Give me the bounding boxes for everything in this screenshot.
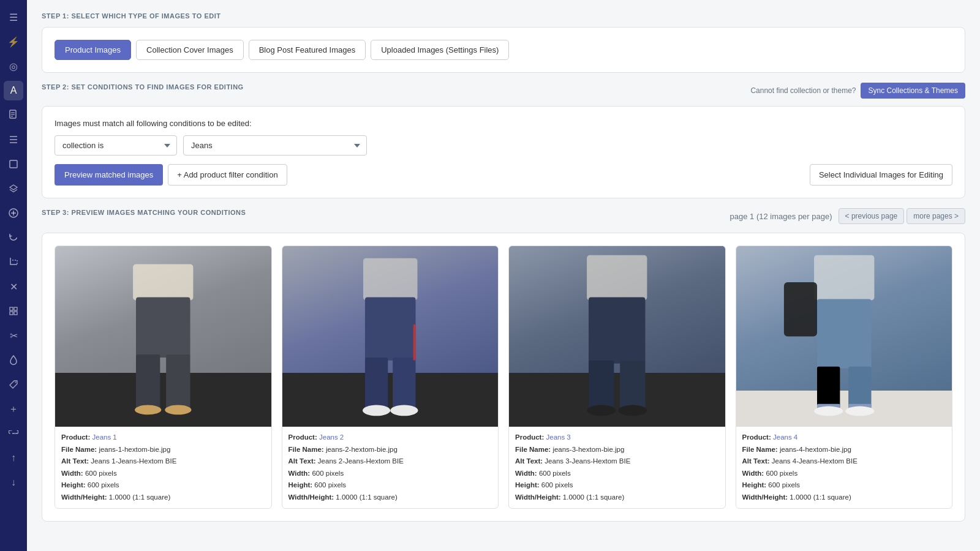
- ratio-row-3: Width/Height: 1.0000 (1:1 square): [515, 492, 719, 504]
- menu-icon[interactable]: ☰: [4, 7, 23, 27]
- svg-rect-36: [783, 282, 816, 337]
- image-card-2: Product: Jeans 2 File Name: jeans-2-hext…: [282, 246, 499, 509]
- width-row-4: Width: 600 pixels: [742, 468, 946, 480]
- svg-rect-23: [364, 298, 415, 361]
- step2-actions-row: Preview matched images + Add product fil…: [55, 164, 952, 186]
- cannot-find-label: Cannot find collection or theme?: [750, 86, 856, 95]
- grid-icon[interactable]: [4, 301, 23, 321]
- lightning-icon[interactable]: ⚡: [4, 32, 23, 51]
- next-page-button[interactable]: more pages >: [907, 208, 965, 224]
- step2-section: STEP 2: SET CONDITIONS TO FIND IMAGES FO…: [42, 83, 965, 198]
- svg-point-42: [814, 407, 843, 416]
- ratio-row-2: Width/Height: 1.0000 (1:1 square): [288, 492, 492, 504]
- image-info-4: Product: Jeans 4 File Name: jeans-4-hext…: [736, 427, 952, 508]
- svg-rect-38: [817, 367, 840, 409]
- prev-page-button[interactable]: < previous page: [839, 208, 905, 224]
- text-icon[interactable]: A: [4, 81, 23, 100]
- doc-icon[interactable]: [4, 105, 23, 125]
- tab-uploaded-images[interactable]: Uploaded Images (Settings Files): [371, 40, 509, 60]
- svg-rect-35: [814, 255, 874, 301]
- select-individual-images-button[interactable]: Select Individual Images for Editing: [810, 164, 952, 186]
- step3-header: STEP 3: PREVIEW IMAGES MATCHING YOUR CON…: [42, 209, 246, 216]
- upload-icon[interactable]: ↑: [4, 448, 23, 468]
- condition-value-select[interactable]: Jeans: [183, 135, 367, 156]
- svg-point-15: [15, 382, 17, 383]
- svg-point-26: [363, 405, 390, 416]
- step3-section: STEP 3: PREVIEW IMAGES MATCHING YOUR CON…: [42, 208, 965, 522]
- svg-rect-16: [133, 264, 193, 301]
- product-row-4: Product: Jeans 4: [742, 432, 946, 444]
- svg-rect-25: [393, 358, 415, 409]
- svg-rect-14: [14, 312, 17, 315]
- plus-icon[interactable]: ＋: [4, 399, 23, 419]
- height-row-4: Height: 600 pixels: [742, 479, 946, 492]
- refresh-icon[interactable]: [4, 228, 23, 247]
- image-info-2: Product: Jeans 2 File Name: jeans-2-hext…: [282, 427, 499, 508]
- add-filter-button[interactable]: + Add product filter condition: [168, 164, 287, 186]
- tab-product-images[interactable]: Product Images: [55, 40, 131, 60]
- product-link-2[interactable]: Jeans 2: [319, 433, 344, 441]
- svg-rect-24: [364, 358, 387, 409]
- tag-icon[interactable]: [4, 375, 23, 394]
- ratio-row-1: Width/Height: 1.0000 (1:1 square): [61, 492, 265, 504]
- filename-row-4: File Name: jeans-4-hextom-bie.jpg: [742, 444, 946, 456]
- tab-blog-post-featured-images[interactable]: Blog Post Featured Images: [249, 40, 366, 60]
- svg-rect-31: [589, 361, 614, 409]
- svg-rect-12: [14, 307, 17, 310]
- x-icon[interactable]: ✕: [4, 277, 23, 296]
- filename-row-1: File Name: jeans-1-hextom-bie.jpg: [61, 444, 265, 456]
- image-card-1: Product: Jeans 1 File Name: jeans-1-hext…: [55, 246, 272, 509]
- svg-point-20: [135, 405, 161, 415]
- step1-card: Product Images Collection Cover Images B…: [42, 27, 965, 73]
- list-icon[interactable]: [4, 130, 23, 149]
- condition-row: collection is Jeans: [55, 135, 952, 156]
- preview-matched-images-button[interactable]: Preview matched images: [55, 164, 163, 186]
- image-card-3: Product: Jeans 3 File Name: jeans-3-hext…: [508, 246, 726, 509]
- download-icon[interactable]: ↓: [4, 473, 23, 492]
- svg-rect-13: [10, 312, 13, 315]
- drop-icon[interactable]: [4, 350, 23, 370]
- height-row-3: Height: 600 pixels: [515, 479, 719, 492]
- image-info-3: Product: Jeans 3 File Name: jeans-3-hext…: [509, 427, 725, 508]
- filename-row-2: File Name: jeans-2-hextom-bie.jpg: [288, 444, 492, 456]
- svg-rect-28: [413, 324, 415, 361]
- width-row-1: Width: 600 pixels: [61, 468, 265, 480]
- svg-point-21: [165, 405, 191, 415]
- step2-header-row: STEP 2: SET CONDITIONS TO FIND IMAGES FO…: [42, 83, 965, 99]
- layers-icon[interactable]: [4, 179, 23, 198]
- image-info-1: Product: Jeans 1 File Name: jeans-1-hext…: [55, 427, 271, 508]
- width-row-3: Width: 600 pixels: [515, 468, 719, 480]
- image-thumbnail-4: [736, 246, 952, 427]
- svg-point-43: [845, 407, 874, 416]
- image-grid: Product: Jeans 1 File Name: jeans-1-hext…: [55, 246, 952, 509]
- step1-header: STEP 1: SELECT WHICH TYPE OF IMAGES TO E…: [42, 12, 965, 20]
- conditions-label: Images must match all following conditio…: [55, 119, 952, 128]
- product-row-1: Product: Jeans 1: [61, 432, 265, 444]
- tab-collection-cover-images[interactable]: Collection Cover Images: [136, 40, 244, 60]
- product-row-2: Product: Jeans 2: [288, 432, 492, 444]
- condition-field-select[interactable]: collection is: [55, 135, 177, 156]
- image-thumbnail-2: [282, 246, 499, 427]
- height-row-2: Height: 600 pixels: [288, 479, 492, 492]
- page-label: page 1 (12 images per page): [730, 212, 832, 221]
- svg-rect-18: [136, 354, 160, 409]
- svg-rect-30: [589, 298, 645, 364]
- product-link-1[interactable]: Jeans 1: [92, 433, 116, 441]
- svg-rect-11: [10, 307, 13, 310]
- alt-row-1: Alt Text: Jeans 1-Jeans-Hextom BIE: [61, 455, 265, 468]
- svg-rect-32: [620, 361, 645, 409]
- main-content: STEP 1: SELECT WHICH TYPE OF IMAGES TO E…: [27, 0, 980, 551]
- alt-row-3: Alt Text: Jeans 3-Jeans-Hextom BIE: [515, 455, 719, 468]
- sync-collections-button[interactable]: Sync Collections & Themes: [861, 83, 965, 99]
- plus-circle-icon[interactable]: [4, 203, 23, 223]
- product-link-4[interactable]: Jeans 4: [773, 433, 797, 441]
- circle-icon[interactable]: ◎: [4, 56, 23, 76]
- scissors-icon[interactable]: ✂: [4, 326, 23, 345]
- crop-icon[interactable]: [4, 252, 23, 272]
- product-link-3[interactable]: Jeans 3: [546, 433, 570, 441]
- step3-header-row: STEP 3: PREVIEW IMAGES MATCHING YOUR CON…: [42, 208, 965, 224]
- width-row-2: Width: 600 pixels: [288, 468, 492, 480]
- link-icon[interactable]: [4, 424, 23, 443]
- svg-rect-39: [848, 367, 871, 409]
- box-icon[interactable]: [4, 154, 23, 174]
